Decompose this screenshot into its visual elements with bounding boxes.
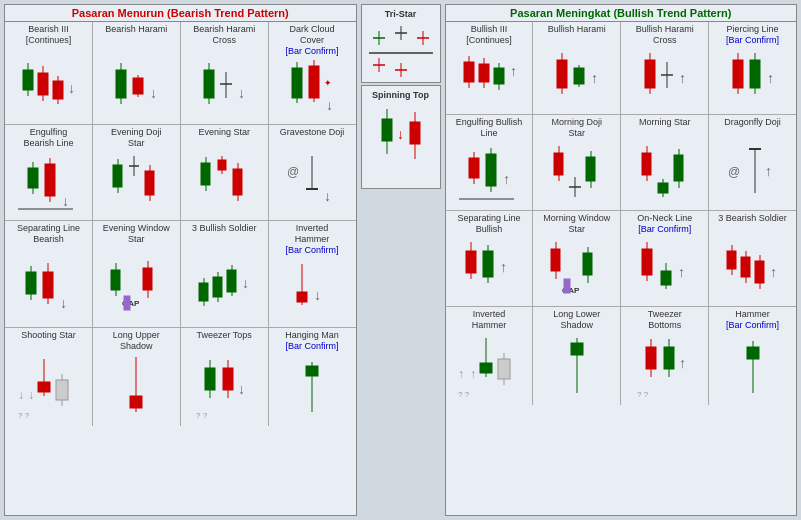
bullish3-label: Bullish III[Continues] (466, 24, 512, 46)
svg-text:? ?: ? ? (18, 411, 30, 420)
dark-cloud-cell: Dark CloudCover[Bar Confirm] ✦ ↓ (269, 22, 356, 124)
shooting-star-cell: Shooting Star ↓ ↓ ? ? (5, 328, 92, 426)
svg-rect-61 (26, 272, 36, 294)
long-upper-cell: Long UpperShadow (93, 328, 180, 426)
evening-doji-label: Evening DojiStar (111, 127, 162, 149)
svg-rect-27 (309, 66, 319, 98)
shooting-star-label: Shooting Star (21, 330, 76, 352)
svg-text:↓: ↓ (18, 388, 24, 402)
piercing-line-cell: Piercing Line[Bar Confirm] ↑ (709, 22, 796, 114)
bearish-harami-cross-cell: Bearish HaramiCross ↓ (181, 22, 268, 124)
svg-rect-227 (498, 359, 510, 379)
dark-cloud-label: Dark CloudCover[Bar Confirm] (286, 24, 339, 56)
svg-text:↑: ↑ (765, 163, 772, 179)
hanging-man-label: Hanging Man[Bar Confirm] (285, 330, 339, 352)
tristar-label: Tri-Star (385, 9, 417, 19)
bullish-section: Pasaran Meningkat (Bullish Trend Pattern… (445, 4, 798, 516)
svg-rect-64 (43, 272, 53, 298)
svg-rect-76 (199, 283, 208, 301)
svg-text:↑: ↑ (767, 70, 774, 86)
on-neck-label: On-Neck Line[Bar Confirm] (637, 213, 692, 235)
svg-rect-24 (292, 68, 302, 98)
tweezer-bottoms-label: TweezerBottoms (648, 309, 682, 331)
svg-rect-237 (664, 347, 674, 369)
inv-hammer-label: InvertedHammer (472, 309, 507, 331)
evening-doji-cell: Evening DojiStar (93, 125, 180, 220)
svg-rect-86 (297, 292, 307, 302)
svg-rect-4 (38, 73, 48, 95)
svg-rect-197 (551, 249, 560, 271)
svg-text:? ?: ? ? (637, 390, 649, 399)
svg-rect-11 (116, 70, 126, 98)
svg-rect-35 (45, 164, 55, 196)
svg-text:↓: ↓ (60, 295, 67, 311)
svg-rect-51 (218, 160, 226, 170)
morning-window-cell: Morning WindowStar GAP (533, 211, 620, 306)
svg-text:↑: ↑ (510, 63, 517, 79)
inv-hammer-b-label: InvertedHammer[Bar Confirm] (286, 223, 339, 255)
svg-rect-71 (124, 296, 130, 310)
svg-text:↓: ↓ (314, 287, 321, 303)
svg-rect-54 (233, 169, 242, 195)
svg-text:↑: ↑ (500, 259, 507, 275)
svg-text:↓: ↓ (68, 80, 75, 96)
svg-rect-212 (727, 251, 736, 269)
morning-star-cell: Morning Star (621, 115, 708, 210)
svg-rect-234 (646, 347, 656, 369)
svg-rect-48 (201, 163, 210, 185)
svg-rect-92 (38, 382, 50, 392)
svg-rect-183 (674, 155, 683, 181)
svg-text:? ?: ? ? (196, 411, 208, 420)
svg-rect-177 (642, 153, 651, 175)
separating-bullish-cell: Separating LineBullish ↑ (446, 211, 533, 306)
svg-rect-105 (223, 368, 233, 390)
svg-rect-208 (661, 271, 671, 285)
morning-star-label: Morning Star (639, 117, 691, 139)
svg-rect-137 (494, 68, 504, 84)
svg-rect-144 (574, 68, 584, 84)
svg-rect-131 (464, 62, 474, 82)
svg-text:↑: ↑ (591, 70, 598, 86)
tweezer-bottoms-cell: TweezerBottoms ↑ ? ? (621, 307, 708, 405)
svg-rect-242 (747, 347, 759, 359)
svg-rect-202 (583, 253, 592, 275)
svg-text:@: @ (287, 165, 299, 179)
morning-doji-cell: Morning DojiStar (533, 115, 620, 210)
separating-bullish-label: Separating LineBullish (457, 213, 520, 235)
svg-text:↑: ↑ (470, 367, 476, 381)
three-bearish-label: 3 Bearish Soldier (718, 213, 787, 235)
three-bullish-cell: 3 Bullish Soldier ↓ (181, 221, 268, 326)
svg-rect-18 (204, 70, 214, 98)
engulfing-bearish-label: EngulfingBearish Line (23, 127, 73, 149)
engulfing-bearish-cell: EngulfingBearish Line ↓ (5, 125, 92, 220)
svg-rect-102 (205, 368, 215, 390)
tweezer-tops-cell: Tweezer Tops ↓ ? ? (181, 328, 268, 426)
tristar-pattern: Tri-Star (361, 4, 441, 83)
svg-rect-14 (133, 78, 143, 94)
svg-rect-193 (483, 251, 493, 277)
bearish-harami-cross-label: Bearish HaramiCross (193, 24, 255, 46)
bullish-harami-cell: Bullish Harami ↑ (533, 22, 620, 114)
svg-rect-68 (111, 270, 120, 290)
bearish3-cell: Bearish III[Continues] (5, 22, 92, 124)
svg-rect-215 (741, 257, 750, 277)
svg-text:↑: ↑ (503, 171, 510, 187)
svg-text:↓: ↓ (397, 126, 404, 142)
svg-text:↓: ↓ (326, 97, 333, 113)
bullish-harami-label: Bullish Harami (548, 24, 606, 46)
dragonfly-doji-label: Dragonfly Doji (724, 117, 781, 139)
inv-hammer-cell: InvertedHammer ↑ ↑ ? ? (446, 307, 533, 405)
svg-rect-157 (750, 60, 760, 88)
evening-star-label: Evening Star (198, 127, 250, 149)
on-neck-cell: On-Neck Line[Bar Confirm] ↑ (621, 211, 708, 306)
svg-rect-148 (645, 60, 655, 88)
evening-star-cell: Evening Star (181, 125, 268, 220)
three-bearish-cell: 3 Bearish Soldier ↑ (709, 211, 796, 306)
morning-window-label: Morning WindowStar (543, 213, 610, 235)
svg-text:↓: ↓ (324, 188, 331, 204)
svg-text:↓: ↓ (62, 193, 69, 209)
svg-text:↑: ↑ (770, 264, 777, 280)
tweezer-tops-label: Tweezer Tops (197, 330, 252, 352)
hanging-man-cell: Hanging Man[Bar Confirm] (269, 328, 356, 426)
separating-bearish-label: Separating LineBearish (17, 223, 80, 245)
